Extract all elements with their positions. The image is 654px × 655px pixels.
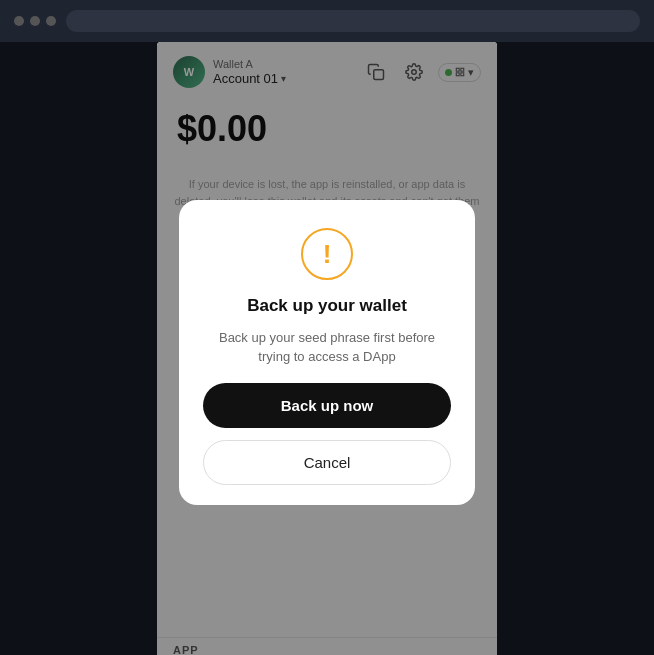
backup-now-button[interactable]: Back up now (203, 383, 451, 428)
modal-overlay: ! Back up your wallet Back up your seed … (157, 42, 497, 655)
cancel-button[interactable]: Cancel (203, 440, 451, 485)
modal-description: Back up your seed phrase first before tr… (203, 328, 451, 367)
modal-exclamation-icon: ! (323, 241, 332, 267)
browser-chrome (0, 0, 654, 42)
traffic-lights (14, 16, 56, 26)
modal-title: Back up your wallet (247, 296, 407, 316)
traffic-light-close[interactable] (14, 16, 24, 26)
browser-content: W Wallet A Account 01 (0, 42, 654, 655)
traffic-light-minimize[interactable] (30, 16, 40, 26)
modal-warning-icon-wrapper: ! (301, 228, 353, 280)
wallet-app: W Wallet A Account 01 (157, 42, 497, 655)
address-bar[interactable] (66, 10, 640, 32)
modal: ! Back up your wallet Back up your seed … (179, 200, 475, 505)
traffic-light-maximize[interactable] (46, 16, 56, 26)
